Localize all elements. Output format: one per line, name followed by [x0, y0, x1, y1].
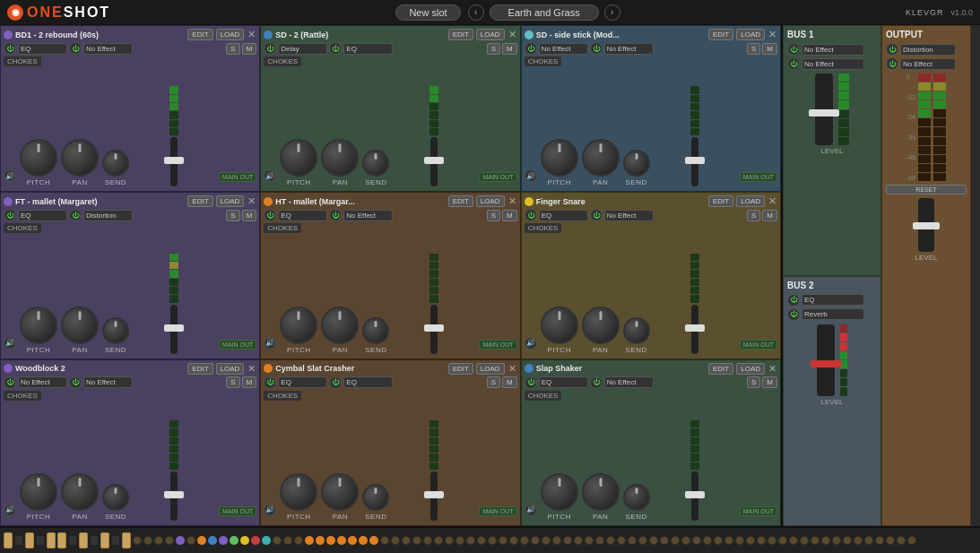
note-c7[interactable]: [778, 536, 787, 545]
ch6-fx1-select[interactable]: EQ: [539, 210, 588, 221]
ch7-s-button[interactable]: S: [226, 376, 239, 388]
piano-key-fs2[interactable]: [68, 535, 77, 546]
ch8-load-button[interactable]: LOAD: [476, 363, 505, 375]
note-g4[interactable]: [466, 536, 475, 545]
ch7-pitch-knob[interactable]: [20, 473, 57, 511]
ch5-fx2-select[interactable]: No Effect: [343, 210, 393, 221]
ch8-power2[interactable]: ⏻: [329, 376, 342, 389]
note-a4[interactable]: [488, 536, 497, 545]
ch6-chokes[interactable]: CHOKES: [525, 223, 562, 233]
ch3-pitch-knob[interactable]: [541, 139, 578, 177]
output-fx2-select[interactable]: No Effect: [900, 58, 956, 70]
ch4-m-button[interactable]: M: [242, 210, 257, 221]
note-as6[interactable]: [757, 536, 766, 545]
ch9-fader-track[interactable]: [691, 471, 698, 521]
ch3-fader-track[interactable]: [691, 137, 698, 186]
ch2-power1[interactable]: ⏻: [264, 42, 276, 55]
bus2-fx1-select[interactable]: EQ: [802, 294, 864, 306]
ch1-fader-handle[interactable]: [164, 157, 184, 164]
note-f4[interactable]: [445, 536, 454, 545]
note-c6[interactable]: [649, 536, 658, 545]
ch9-power2[interactable]: ⏻: [590, 376, 603, 389]
note-f6[interactable]: [703, 536, 712, 545]
ch2-fx1-select[interactable]: Delay: [278, 43, 327, 55]
note-cs2[interactable]: [143, 536, 152, 545]
ch4-fx1-select[interactable]: EQ: [18, 210, 67, 221]
ch5-pan-knob[interactable]: [321, 307, 359, 344]
bus2-power1[interactable]: ⏻: [787, 294, 800, 307]
ch6-power1[interactable]: ⏻: [525, 209, 537, 221]
ch5-s-button[interactable]: S: [487, 210, 500, 221]
bus1-power1[interactable]: ⏻: [787, 43, 800, 56]
reset-button[interactable]: RESET: [886, 185, 967, 194]
ch6-pitch-knob[interactable]: [541, 307, 578, 344]
note-as5[interactable]: [628, 536, 637, 545]
note-f5[interactable]: [574, 536, 583, 545]
note-c8[interactable]: [907, 536, 916, 545]
note-f2[interactable]: [186, 536, 195, 545]
ch7-fader-handle[interactable]: [164, 491, 184, 498]
ch3-fx2-select[interactable]: No Effect: [604, 43, 654, 55]
ch1-send-knob[interactable]: [102, 150, 129, 177]
note-d6[interactable]: [671, 536, 680, 545]
note-as7[interactable]: [886, 536, 895, 545]
ch9-fx2-select[interactable]: No Effect: [604, 376, 654, 388]
note-as2[interactable]: [240, 536, 249, 545]
ch2-fader-handle[interactable]: [424, 157, 444, 164]
output-power2[interactable]: ⏻: [886, 57, 898, 70]
ch7-close-button[interactable]: ✕: [247, 363, 256, 375]
note-gs5[interactable]: [606, 536, 615, 545]
ch6-send-knob[interactable]: [623, 317, 650, 344]
note-gs6[interactable]: [735, 536, 744, 545]
note-b5[interactable]: [638, 536, 647, 545]
note-a2[interactable]: [230, 536, 238, 545]
ch1-edit-button[interactable]: EDIT: [187, 29, 212, 40]
output-fx1-select[interactable]: Distortion: [900, 44, 956, 56]
note-cs7[interactable]: [789, 536, 798, 545]
ch1-pan-knob[interactable]: [61, 139, 99, 177]
ch2-edit-button[interactable]: EDIT: [448, 29, 473, 40]
ch1-close-button[interactable]: ✕: [247, 29, 256, 40]
ch5-fader-handle[interactable]: [424, 324, 444, 332]
output-power1[interactable]: ⏻: [886, 43, 898, 56]
ch4-power1[interactable]: ⏻: [4, 209, 16, 221]
ch9-speaker[interactable]: 🔊: [525, 504, 537, 516]
bus1-fx2-select[interactable]: No Effect: [802, 58, 864, 70]
ch9-close-button[interactable]: ✕: [768, 363, 777, 375]
note-ds7[interactable]: [811, 536, 820, 545]
ch6-fader-handle[interactable]: [685, 324, 705, 332]
ch3-send-knob[interactable]: [623, 150, 650, 177]
ch1-load-button[interactable]: LOAD: [216, 29, 245, 40]
note-cs3[interactable]: [273, 536, 282, 545]
note-e5[interactable]: [563, 536, 572, 545]
ch3-edit-button[interactable]: EDIT: [708, 29, 733, 40]
output-fader-track[interactable]: [918, 198, 934, 252]
ch2-speaker[interactable]: 🔊: [264, 169, 276, 182]
ch4-load-button[interactable]: LOAD: [216, 195, 245, 207]
ch6-power2[interactable]: ⏻: [590, 209, 603, 221]
ch1-chokes[interactable]: CHOKES: [4, 56, 41, 66]
ch3-chokes[interactable]: CHOKES: [525, 56, 562, 66]
note-b7[interactable]: [897, 536, 906, 545]
ch3-load-button[interactable]: LOAD: [736, 29, 765, 40]
ch2-pan-knob[interactable]: [321, 139, 359, 177]
ch5-pitch-knob[interactable]: [280, 307, 317, 344]
note-fs5[interactable]: [585, 536, 594, 545]
note-g7[interactable]: [854, 536, 863, 545]
ch5-send-knob[interactable]: [362, 317, 389, 344]
ch5-close-button[interactable]: ✕: [507, 195, 517, 207]
ch1-power1[interactable]: ⏻: [4, 42, 16, 55]
ch2-load-button[interactable]: LOAD: [476, 29, 505, 40]
note-c4[interactable]: [391, 536, 400, 545]
ch8-chokes[interactable]: CHOKES: [264, 391, 301, 401]
ch1-m-button[interactable]: M: [242, 43, 257, 55]
ch8-fader-track[interactable]: [430, 471, 438, 521]
note-fs6[interactable]: [714, 536, 723, 545]
ch7-fader-track[interactable]: [170, 471, 178, 521]
ch3-s-button[interactable]: S: [747, 43, 760, 55]
ch6-fader-track[interactable]: [691, 305, 698, 354]
bus2-power2[interactable]: ⏻: [787, 308, 800, 321]
ch2-fx2-select[interactable]: EQ: [343, 43, 393, 55]
ch4-send-knob[interactable]: [102, 317, 129, 344]
ch6-speaker[interactable]: 🔊: [525, 337, 537, 350]
